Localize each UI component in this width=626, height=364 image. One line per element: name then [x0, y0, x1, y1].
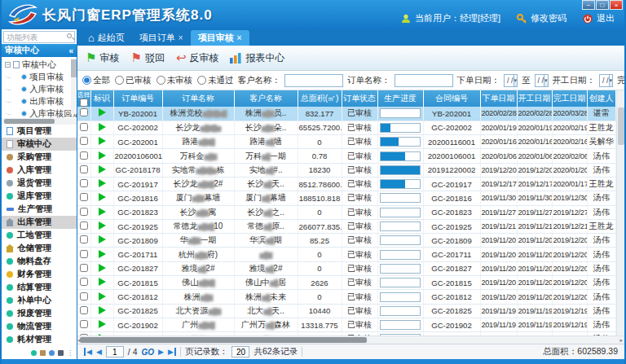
cart-icon[interactable]: [40, 350, 46, 356]
tree-scrollbar[interactable]: [71, 59, 77, 114]
unaudit-button[interactable]: ↩反审核: [176, 51, 219, 65]
sidebar-item-9[interactable]: 仓储管理: [2, 242, 77, 255]
tree-collapse-icon[interactable]: −: [5, 62, 11, 68]
tree-item-1[interactable]: ·–入库审核: [5, 83, 70, 95]
row-checkbox[interactable]: [80, 108, 88, 116]
row-checkbox[interactable]: [80, 179, 88, 187]
sidebar-item-10[interactable]: 物料盘存: [2, 255, 77, 268]
page-size-input[interactable]: [231, 346, 249, 357]
first-page-button[interactable]: ◀: [84, 348, 92, 356]
close-tab-icon[interactable]: ×: [237, 33, 242, 42]
sidebar-item-11[interactable]: 财务管理: [2, 268, 77, 281]
minimize-button[interactable]: −: [582, 0, 595, 10]
radio-3[interactable]: 未通过: [197, 75, 234, 86]
radio-input[interactable]: [115, 76, 124, 85]
row-checkbox[interactable]: [80, 278, 88, 286]
more-icon[interactable]: ⋮: [67, 350, 73, 356]
row-checkbox[interactable]: [80, 137, 88, 145]
audit-button[interactable]: ⚑审核: [86, 51, 119, 65]
table-row[interactable]: GC-201711杭州▆█▇府)▆█▇0已审核GC-2017112019/11/…: [77, 248, 616, 261]
sidebar-item-2[interactable]: 采购管理: [2, 151, 77, 164]
tree-hscrollbar[interactable]: [2, 118, 77, 125]
tree-item-0[interactable]: ·–项目审核: [5, 71, 70, 83]
scroll-right-icon[interactable]: ▸: [619, 336, 623, 344]
collapse-icon[interactable]: «: [68, 46, 73, 55]
column-header-8[interactable]: 合同编号: [423, 90, 480, 107]
column-header-6[interactable]: 订单状态: [342, 90, 377, 107]
sidebar-item-0[interactable]: 项目管理: [2, 125, 77, 138]
column-header-4[interactable]: 客户名称: [234, 90, 298, 107]
column-header-3[interactable]: 订单名称: [162, 90, 234, 107]
sidebar-item-4[interactable]: 退货管理: [2, 177, 77, 190]
table-row[interactable]: GC-201917长沙龙▆█▇█2#长沙▆█天..8512.78600..已审核…: [77, 177, 616, 191]
tab-start-page[interactable]: ⌂起始页: [81, 30, 132, 46]
order-date-to-input[interactable]: / /: [535, 74, 545, 87]
vscroll-thumb[interactable]: [618, 107, 624, 145]
table-row[interactable]: GC-201815佛山▆█▇█佛山中▆█居2626已审核GC-201815201…: [77, 276, 616, 290]
table-row[interactable]: GC-201827雅境▆█2#雅境▆█2#0已审核GC-2018272019/1…: [77, 261, 616, 275]
maximize-button[interactable]: □: [596, 0, 609, 10]
radio-0[interactable]: 全部: [82, 75, 110, 86]
column-header-10[interactable]: 开工日期: [517, 90, 552, 107]
sidebar-item-14[interactable]: 报废管理: [2, 307, 77, 320]
table-row[interactable]: GC-202001路港▆█▇█路港▆█墙0已审核202001160012020/…: [77, 135, 616, 149]
sidebar-item-8[interactable]: 工地管理: [2, 229, 77, 242]
report-center-button[interactable]: 报表中心: [230, 51, 284, 65]
row-checkbox[interactable]: [80, 221, 88, 230]
tree-item-2[interactable]: ·–出库审核: [5, 95, 70, 107]
row-checkbox[interactable]: [80, 123, 88, 131]
row-checkbox[interactable]: [80, 208, 88, 216]
column-header-0[interactable]: 选择: [77, 90, 90, 107]
table-row[interactable]: GC-2018178实地常▆█▇█▆栋实地▆█#..18230已审核201912…: [77, 163, 616, 177]
table-row[interactable]: GC-201925常德龙▆█▇█10常德▆█原..266077.835..已审核…: [77, 219, 616, 233]
table-row[interactable]: GC-201816厦门▆█▇幕墙厦门▆█幕墙188510.818已审核GC-20…: [77, 191, 616, 205]
go-button[interactable]: GO: [142, 348, 155, 357]
table-row[interactable]: GC-201902广州▆█▇█广州万▆█森林13318.775已审核GC-201…: [77, 318, 616, 331]
sidebar-item-12[interactable]: 结算管理: [2, 281, 77, 294]
row-checkbox[interactable]: [80, 235, 88, 243]
column-header-12[interactable]: 创建人: [587, 90, 616, 107]
logout-link[interactable]: 退出: [597, 12, 615, 24]
select-all-checkbox[interactable]: [80, 99, 88, 107]
column-header-9[interactable]: 下单日期: [480, 90, 517, 107]
chevron-down-icon[interactable]: ▾: [544, 74, 549, 87]
row-checkbox[interactable]: [80, 250, 88, 258]
sidebar-item-15[interactable]: 物流管理: [2, 320, 77, 333]
row-checkbox[interactable]: [80, 306, 88, 314]
table-row[interactable]: GC-202002长沙龙▆█▇█▆长沙▆█▇朵..65525.7200..已审核…: [77, 121, 616, 134]
chevron-down-icon[interactable]: ▾: [514, 74, 518, 87]
leaf-icon[interactable]: [49, 350, 55, 356]
sidebar-item-7[interactable]: 出库管理: [2, 216, 77, 229]
column-header-5[interactable]: 总面积(㎡): [298, 90, 342, 107]
close-button[interactable]: ×: [610, 0, 623, 10]
row-checkbox[interactable]: [80, 193, 88, 201]
row-checkbox[interactable]: [80, 165, 88, 173]
sidebar-item-6[interactable]: 生产管理: [2, 203, 77, 216]
last-page-button[interactable]: ▶: [168, 348, 176, 356]
sidebar-item-13[interactable]: 补单中心: [2, 294, 77, 307]
row-checkbox[interactable]: [80, 151, 88, 160]
close-tab-icon[interactable]: ×: [179, 33, 183, 42]
sidebar-item-1[interactable]: 审核中心: [2, 138, 77, 151]
tree-item-3[interactable]: ·–入库审核回退: [5, 107, 70, 118]
table-row[interactable]: GC-201825北大资源▆█▇北大▆█天..10440已审核GC-201825…: [77, 304, 616, 318]
hscroll-thumb[interactable]: [80, 337, 367, 343]
function-search-input[interactable]: [3, 31, 75, 43]
column-header-7[interactable]: 生产进度: [377, 90, 423, 107]
table-row[interactable]: GC-201809华▆█▇一期华滨▆█期85.25已审核GC-201809201…: [77, 234, 616, 248]
sidebar-item-3[interactable]: 入库管理: [2, 164, 77, 177]
radio-1[interactable]: 已审核: [115, 75, 152, 86]
row-checkbox[interactable]: [80, 320, 88, 328]
radio-input[interactable]: [156, 76, 165, 85]
column-header-1[interactable]: 标识: [90, 90, 113, 107]
reject-button[interactable]: ⚑驳回: [130, 51, 164, 65]
row-checkbox[interactable]: [80, 292, 88, 300]
grid-hscrollbar[interactable]: ◂ ▸: [77, 335, 624, 344]
person-icon[interactable]: [58, 350, 64, 356]
radio-input[interactable]: [82, 76, 91, 85]
table-row[interactable]: 20200106001万科金▆█▇万科▆█一期0.78已审核2020010600…: [77, 149, 616, 163]
tab-project-orders[interactable]: 项目订单×: [132, 30, 191, 46]
order-name-input[interactable]: [395, 74, 453, 87]
start-date-input[interactable]: / /: [599, 74, 610, 87]
column-header-11[interactable]: 完工日期: [552, 90, 587, 107]
